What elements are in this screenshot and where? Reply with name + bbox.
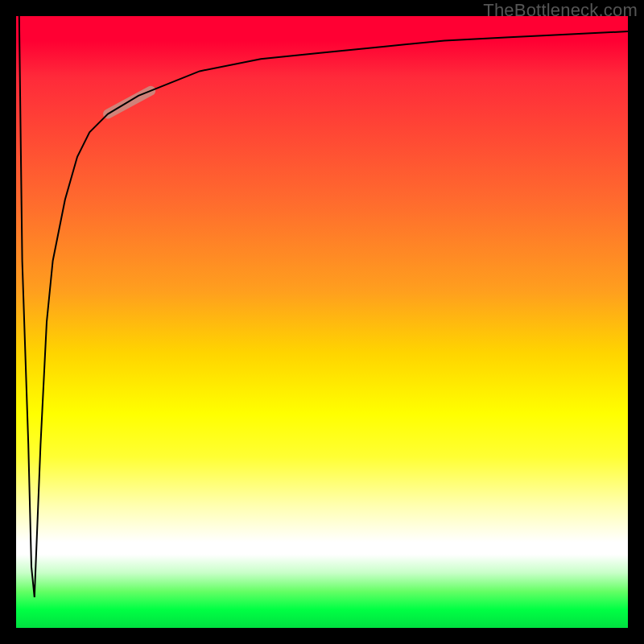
chart-container: TheBottleneck.com <box>0 0 644 644</box>
bottleneck-curve <box>19 16 628 597</box>
curve-svg <box>16 16 628 628</box>
plot-area <box>16 16 628 628</box>
attribution-label: TheBottleneck.com <box>483 0 638 21</box>
